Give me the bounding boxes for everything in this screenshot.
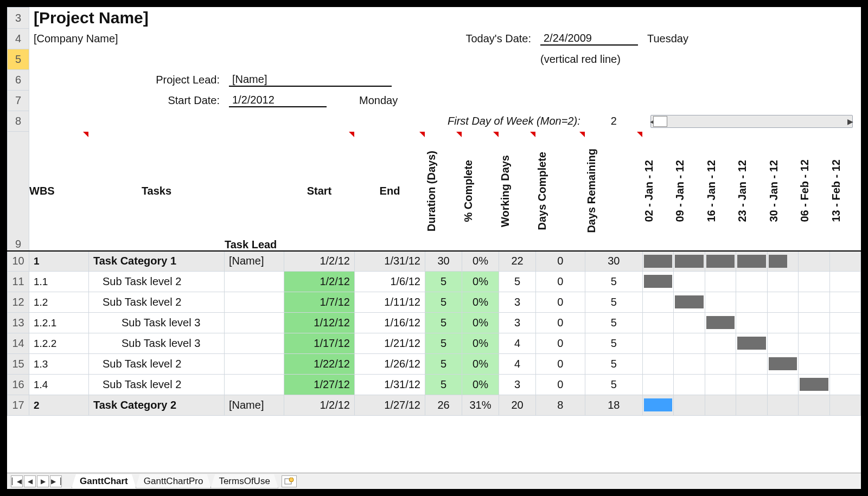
cell-duration[interactable]: 5 [425, 292, 462, 313]
row-header-4[interactable]: 4 [8, 29, 29, 49]
cell-drem[interactable]: 18 [585, 395, 642, 416]
cell-start[interactable]: 1/2/12 [284, 272, 355, 292]
row-header[interactable]: 17 [8, 395, 29, 416]
table-row[interactable]: 161.4Sub Task level 21/27/121/31/1250%30… [8, 375, 861, 395]
table-row[interactable]: 111.1Sub Task level 21/2/121/6/1250%505 [8, 272, 861, 292]
row-3[interactable]: 3 [Project Name] [8, 8, 861, 29]
gantt-cell[interactable] [799, 354, 829, 375]
scroll-right-icon[interactable]: ▶ [847, 117, 853, 126]
gantt-cell[interactable] [799, 333, 829, 354]
col-start[interactable]: Start [284, 132, 355, 251]
cell-pct[interactable]: 0% [462, 375, 499, 395]
cell-lead[interactable]: [Name] [225, 395, 284, 416]
col-tasks[interactable]: Tasks [89, 132, 225, 251]
gantt-cell[interactable] [643, 375, 674, 395]
gantt-cell[interactable] [674, 395, 705, 416]
gantt-cell[interactable] [767, 333, 798, 354]
col-week-1[interactable]: 09 - Jan - 12 [674, 132, 705, 251]
cell-task[interactable]: Sub Task level 2 [89, 272, 225, 292]
cell-wbs[interactable]: 1.4 [29, 375, 89, 395]
cell-dcomp[interactable]: 0 [536, 333, 585, 354]
gantt-cell[interactable] [643, 251, 674, 272]
cell-pct[interactable]: 0% [462, 354, 499, 375]
gantt-cell[interactable] [799, 395, 829, 416]
col-week-4[interactable]: 30 - Jan - 12 [767, 132, 798, 251]
cell-wbs[interactable]: 1.2.1 [29, 313, 89, 333]
cell-pct[interactable]: 0% [462, 292, 499, 313]
gantt-cell[interactable] [674, 272, 705, 292]
cell-end[interactable]: 1/31/12 [355, 251, 425, 272]
row-header-6[interactable]: 6 [8, 70, 29, 91]
row-header[interactable]: 14 [8, 333, 29, 354]
cell-pct[interactable]: 31% [462, 395, 499, 416]
cell-start[interactable]: 1/7/12 [284, 292, 355, 313]
row-header[interactable]: 16 [8, 375, 29, 395]
cell-lead[interactable] [225, 292, 284, 313]
table-row[interactable]: 172Task Category 2[Name]1/2/121/27/12263… [8, 395, 861, 416]
sheet-tab[interactable]: GanttChart [72, 474, 136, 488]
cell-pct[interactable]: 0% [462, 313, 499, 333]
col-week-3[interactable]: 23 - Jan - 12 [736, 132, 767, 251]
cell-wbs[interactable]: 1.2 [29, 292, 89, 313]
row-7[interactable]: 7 Start Date: 1/2/2012 Monday [8, 91, 861, 111]
cell-duration[interactable]: 5 [425, 333, 462, 354]
gantt-cell[interactable] [829, 251, 860, 272]
cell-end[interactable]: 1/27/12 [355, 395, 425, 416]
gantt-cell[interactable] [736, 313, 767, 333]
table-row[interactable]: 151.3Sub Task level 21/22/121/26/1250%40… [8, 354, 861, 375]
cell-wbs[interactable]: 1.2.2 [29, 333, 89, 354]
gantt-cell[interactable] [736, 251, 767, 272]
table-row[interactable]: 141.2.2Sub Task level 31/17/121/21/1250%… [8, 333, 861, 354]
cell-task[interactable]: Sub Task level 3 [89, 313, 225, 333]
row-6[interactable]: 6 Project Lead: [Name] [8, 70, 861, 91]
cell-task[interactable]: Sub Task level 2 [89, 375, 225, 395]
cell-pct[interactable]: 0% [462, 333, 499, 354]
row-header-9[interactable]: 9 [8, 132, 29, 251]
gantt-cell[interactable] [799, 292, 829, 313]
gantt-cell[interactable] [643, 395, 674, 416]
row-header-8[interactable]: 8 [8, 111, 29, 132]
gantt-cell[interactable] [674, 354, 705, 375]
col-pct[interactable]: % Complete [462, 132, 499, 251]
gantt-cell[interactable] [829, 354, 860, 375]
gantt-cell[interactable] [767, 292, 798, 313]
cell-task[interactable]: Sub Task level 2 [89, 354, 225, 375]
col-week-2[interactable]: 16 - Jan - 12 [705, 132, 736, 251]
cell-drem[interactable]: 5 [585, 272, 642, 292]
col-duration[interactable]: Duration (Days) [425, 132, 462, 251]
scroll-thumb[interactable] [653, 116, 667, 127]
cell-pct[interactable]: 0% [462, 251, 499, 272]
gantt-cell[interactable] [767, 251, 798, 272]
cell-wbs[interactable]: 1.1 [29, 272, 89, 292]
col-end[interactable]: End [355, 132, 425, 251]
gantt-cell[interactable] [799, 272, 829, 292]
cell-dcomp[interactable]: 0 [536, 292, 585, 313]
cell-dcomp[interactable]: 8 [536, 395, 585, 416]
table-row[interactable]: 131.2.1Sub Task level 31/12/121/16/1250%… [8, 313, 861, 333]
company-name[interactable]: [Company Name] [29, 29, 355, 49]
cell-end[interactable]: 1/11/12 [355, 292, 425, 313]
cell-wbs[interactable]: 2 [29, 395, 89, 416]
col-lead[interactable]: Task Lead [225, 132, 284, 251]
gantt-cell[interactable] [705, 354, 736, 375]
cell-drem[interactable]: 5 [585, 354, 642, 375]
project-title[interactable]: [Project Name] [29, 8, 861, 29]
tab-nav-next[interactable]: ▶ [37, 475, 49, 487]
cell-end[interactable]: 1/21/12 [355, 333, 425, 354]
gantt-cell[interactable] [767, 375, 798, 395]
cell-start[interactable]: 1/27/12 [284, 375, 355, 395]
row-header-5[interactable]: 5 [8, 49, 29, 70]
cell-duration[interactable]: 26 [425, 395, 462, 416]
cell-wdays[interactable]: 3 [499, 313, 536, 333]
cell-drem[interactable]: 5 [585, 313, 642, 333]
row-header[interactable]: 12 [8, 292, 29, 313]
cell-duration[interactable]: 30 [425, 251, 462, 272]
cell-end[interactable]: 1/26/12 [355, 354, 425, 375]
gantt-cell[interactable] [705, 333, 736, 354]
cell-task[interactable]: Sub Task level 3 [89, 333, 225, 354]
first-dow-value[interactable]: 2 [585, 111, 642, 132]
gantt-cell[interactable] [705, 251, 736, 272]
cell-lead[interactable] [225, 333, 284, 354]
gantt-cell[interactable] [705, 395, 736, 416]
row-header[interactable]: 11 [8, 272, 29, 292]
